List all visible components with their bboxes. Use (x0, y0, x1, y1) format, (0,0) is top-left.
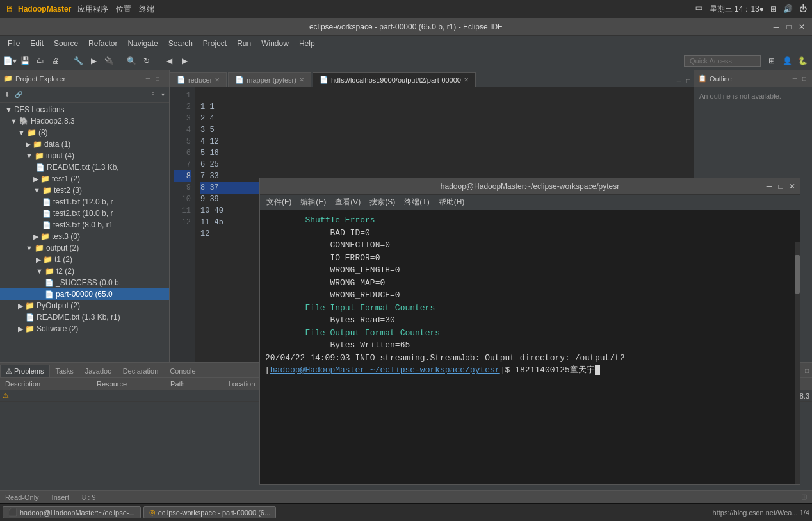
taskbar-eclipse[interactable]: ◎ eclipse-workspace - part-00000 (6... (143, 506, 276, 518)
terminal-minimize[interactable]: ─ (764, 181, 774, 192)
outline-maximize[interactable]: □ (800, 74, 808, 83)
toolbar-forward[interactable]: ▶ (177, 54, 191, 68)
readme-node[interactable]: 📄 README.txt (1.3 Kb, (0, 161, 169, 173)
menu-edit[interactable]: Edit (25, 38, 49, 49)
tab-part00000[interactable]: 📄 hdfs://localhost:9000/output/t2/part-0… (313, 72, 476, 87)
tab-reducer[interactable]: 📄 reducer ✕ (170, 72, 227, 87)
t2-folder-icon: 📁 (45, 267, 54, 276)
toolbar-icon2[interactable]: 🐍 (795, 54, 809, 68)
dfs-locations-node[interactable]: ▼ DFS Locations (0, 104, 169, 115)
close-button[interactable]: ✕ (797, 22, 807, 32)
editor-maximize[interactable]: □ (685, 77, 692, 85)
link-editor[interactable]: 🔗 (13, 90, 24, 99)
menu-terminal[interactable]: 终端 (139, 4, 154, 15)
terminal-body[interactable]: Shuffle Errors BAD_ID=0 CONNECTION=0 IO_… (260, 210, 800, 484)
minimize-panel[interactable]: ─ (144, 74, 152, 83)
term-menu-search[interactable]: 搜索(S) (366, 195, 399, 209)
readme2-node[interactable]: 📄 README.txt (1.3 Kb, r1) (0, 311, 169, 323)
menu-source[interactable]: Source (49, 38, 83, 49)
tree-arrow[interactable]: ▾ (159, 90, 166, 99)
term-menu-edit[interactable]: 编辑(E) (296, 195, 330, 209)
part-icon: 📄 (45, 290, 54, 299)
input-node[interactable]: ▼ 📁 input (4) (0, 150, 169, 161)
term-menu-view[interactable]: 查看(V) (331, 195, 364, 209)
part00000-node[interactable]: 📄 part-00000 (65.0 (0, 288, 169, 300)
toolbar-debug[interactable]: 🔧 (71, 54, 85, 68)
test3txt-node[interactable]: 📄 test3.txt (8.0 b, r1 (0, 219, 169, 231)
reducer-tab-close[interactable]: ✕ (215, 76, 220, 83)
software-folder-icon: 📁 (25, 324, 35, 333)
minimize-button[interactable]: ─ (771, 22, 781, 32)
tab-tasks[interactable]: Tasks (50, 365, 79, 377)
term-menu-file[interactable]: 文件(F) (263, 195, 295, 209)
software-node[interactable]: ▶ 📁 Software (2) (0, 323, 169, 335)
tab-declaration[interactable]: Declaration (117, 365, 165, 377)
test2-node[interactable]: ▼ 📁 test2 (3) (0, 185, 169, 196)
toolbar-save-all[interactable]: 🗂 (33, 54, 47, 68)
maximize-button[interactable]: □ (784, 22, 794, 32)
taskbar-terminal[interactable]: ⬛ hadoop@HadoopMaster:~/eclipse-... (3, 506, 141, 518)
part-tab-close[interactable]: ✕ (464, 76, 469, 83)
toolbar-print[interactable]: 🖨 (49, 54, 63, 68)
toolbar-back[interactable]: ◀ (162, 54, 176, 68)
toolbar-refresh[interactable]: ↻ (140, 54, 154, 68)
maximize-panel[interactable]: □ (154, 74, 161, 83)
taskbar-url[interactable]: https://blog.csdn.net/Wea... 1/4 (713, 509, 809, 517)
toolbar-run[interactable]: ▶ (86, 54, 101, 68)
toolbar-save[interactable]: 💾 (18, 54, 32, 68)
term-line-7: WRONG_REDUCE=0 (265, 289, 795, 302)
outline-minimize[interactable]: ─ (791, 74, 799, 83)
term-line-12: 20/04/22 14:09:03 INFO streaming.StreamJ… (265, 352, 795, 365)
menu-refactor[interactable]: Refactor (83, 38, 122, 49)
terminal-scrollbar[interactable] (795, 242, 800, 484)
term-menu-help[interactable]: 帮助(H) (435, 195, 469, 209)
tree-menu[interactable]: ⋮ (148, 90, 158, 99)
quick-access-input[interactable] (684, 55, 761, 67)
tab-console[interactable]: Console (164, 365, 201, 377)
mapper-tab-close[interactable]: ✕ (299, 76, 304, 83)
menu-project[interactable]: Project (198, 38, 232, 49)
project-explorer-header: 📁 Project Explorer ─ □ (0, 70, 169, 87)
taskbar-eclipse-icon: ◎ (149, 508, 156, 517)
menu-search[interactable]: Search (163, 38, 198, 49)
t2-node[interactable]: ▼ 📁 t2 (2) (0, 265, 169, 277)
mapper-tab-label: mapper (pytesr) (247, 76, 296, 84)
menu-location[interactable]: 位置 (116, 4, 131, 15)
readme-label: README.txt (1.3 Kb, (47, 163, 119, 172)
window-controls[interactable]: ─ □ ✕ (771, 22, 807, 32)
test3txt-label: test3.txt (8.0 b, r1 (53, 220, 113, 229)
term-menu-terminal[interactable]: 终端(T) (400, 195, 433, 209)
collapse-all[interactable]: ⬇ (3, 90, 12, 99)
terminal-maximize[interactable]: □ (775, 181, 786, 192)
tab-javadoc[interactable]: Javadoc (79, 365, 117, 377)
t1-node[interactable]: ▶ 📁 t1 (2) (0, 254, 169, 265)
menu-navigate[interactable]: Navigate (122, 38, 163, 49)
tab-mapper[interactable]: 📄 mapper (pytesr) ✕ (228, 72, 311, 87)
toolbar-ext[interactable]: 🔌 (102, 54, 116, 68)
group8-node[interactable]: ▼ 📁 (8) (0, 127, 169, 138)
test1-node[interactable]: ▶ 📁 test1 (2) (0, 173, 169, 185)
menu-window[interactable]: Window (256, 38, 294, 49)
eclipse-menu-bar: File Edit Source Refactor Navigate Searc… (0, 36, 812, 51)
pyoutput-node[interactable]: ▶ 📁 PyOutput (2) (0, 300, 169, 311)
terminal-close[interactable]: ✕ (787, 181, 797, 192)
test1txt-node[interactable]: 📄 test1.txt (12.0 b, r (0, 196, 169, 208)
toolbar-icon1[interactable]: 👤 (780, 54, 794, 68)
success-node[interactable]: 📄 _SUCCESS (0.0 b, (0, 277, 169, 288)
menu-file[interactable]: File (3, 38, 25, 49)
menu-help[interactable]: Help (294, 38, 320, 49)
terminal-controls[interactable]: ─ □ ✕ (764, 181, 797, 192)
toolbar-search[interactable]: 🔍 (124, 54, 138, 68)
output-node[interactable]: ▼ 📁 output (2) (0, 242, 169, 254)
hadoop-node[interactable]: ▼ 🐘 Hadoop2.8.3 (0, 115, 169, 127)
menu-apps[interactable]: 应用程序 (77, 4, 108, 15)
toolbar-new[interactable]: 📄▾ (3, 54, 17, 68)
test2txt-node[interactable]: 📄 test2.txt (10.0 b, r (0, 208, 169, 219)
test3-node[interactable]: ▶ 📁 test3 (0) (0, 231, 169, 242)
bottom-maximize[interactable]: □ (803, 367, 811, 376)
editor-minimize[interactable]: ─ (675, 77, 683, 85)
menu-run[interactable]: Run (232, 38, 256, 49)
toolbar-perspectives[interactable]: ⊞ (765, 54, 779, 68)
tab-problems[interactable]: ⚠ Problems (0, 365, 50, 377)
data-node[interactable]: ▶ 📁 data (1) (0, 138, 169, 150)
